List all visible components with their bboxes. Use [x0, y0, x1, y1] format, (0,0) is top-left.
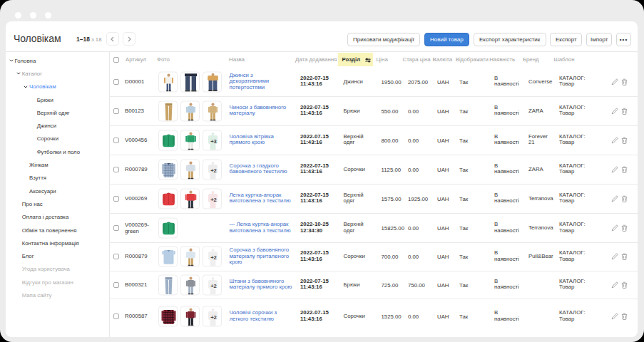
svg-text:+2: +2 — [210, 167, 217, 173]
svg-text:+2: +2 — [210, 314, 217, 321]
svg-text:+2: +2 — [210, 254, 217, 261]
svg-text:+3: +3 — [210, 138, 217, 144]
svg-text:+2: +2 — [210, 196, 217, 202]
svg-text:+2: +2 — [210, 282, 217, 289]
